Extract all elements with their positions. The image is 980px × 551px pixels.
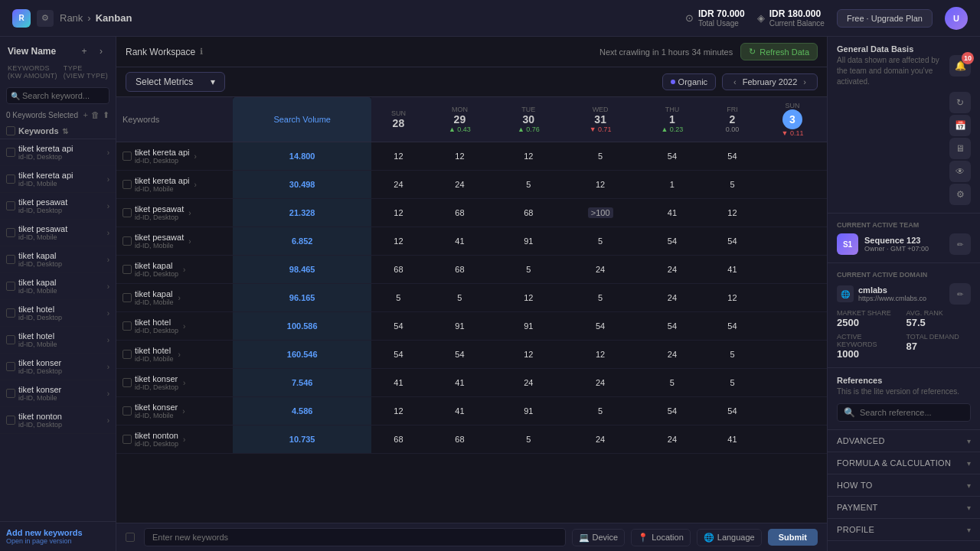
refresh-button[interactable]: ↻ Refresh Data [740,43,818,60]
row-expand-icon[interactable]: › [188,237,191,246]
delete-keyword-icon[interactable]: 🗑 [91,110,100,120]
add-keywords-button[interactable]: Add new keywords [6,528,109,537]
kw-checkbox[interactable] [6,335,15,344]
expand-icon[interactable]: › [107,336,109,344]
expand-icon[interactable]: › [107,229,109,237]
list-item[interactable]: tiket kereta api id-ID, Desktop › [0,139,116,166]
row-expand-icon[interactable]: › [178,350,181,359]
list-item[interactable]: tiket hotel id-ID, Desktop › [0,300,116,327]
accordion-how-to[interactable]: HOW TO ▾ [828,474,980,497]
select-all-checkbox[interactable] [6,126,15,135]
list-item[interactable]: tiket kapal id-ID, Desktop › [0,246,116,273]
kw-checkbox[interactable] [6,308,15,318]
upgrade-button[interactable]: Free · Upgrade Plan [837,9,933,28]
expand-icon[interactable]: › [107,390,109,398]
navigate-view-button[interactable]: › [94,44,108,58]
expand-icon[interactable]: › [107,309,109,318]
list-item[interactable]: tiket kereta api id-ID, Mobile › [0,166,116,193]
kw-checkbox[interactable] [6,255,15,264]
kw-checkbox[interactable] [6,362,15,371]
date-nav[interactable]: ‹ February 2022 › [722,73,818,90]
date-next-button[interactable]: › [800,77,809,86]
row-expand-icon[interactable]: › [182,407,185,416]
organic-filter[interactable]: Organic [662,73,717,90]
row-expand-icon[interactable]: › [183,266,185,274]
general-data-title: General Data Basis [837,44,949,54]
td-keyword-7: tiket hotel id-ID, Mobile › [116,341,233,369]
add-view-button[interactable]: + [77,44,91,58]
accordion-formula-&-calculation[interactable]: FORMULA & CALCULATION ▾ [828,452,980,474]
row-expand-icon[interactable]: › [194,181,197,189]
kw-checkbox[interactable] [6,201,15,210]
row-expand-icon[interactable]: › [183,379,185,387]
calendar-icon-btn[interactable]: 📅 [949,115,971,136]
row-checkbox[interactable] [122,208,132,217]
row-checkbox[interactable] [122,152,132,161]
eye-icon-btn[interactable]: 👁 [949,161,971,182]
row-checkbox[interactable] [122,180,132,189]
row-expand-icon[interactable]: › [178,294,181,302]
language-filter-button[interactable]: 🌐 Language [697,529,762,546]
list-item[interactable]: tiket pesawat id-ID, Mobile › [0,220,116,246]
row-expand-icon[interactable]: › [183,322,185,331]
row-expand-icon[interactable]: › [194,152,197,161]
settings-icon[interactable]: ⚙ [37,10,54,27]
kw-checkbox[interactable] [6,228,15,237]
add-keyword-icon[interactable]: + [83,110,88,120]
list-item[interactable]: tiket hotel id-ID, Mobile › [0,327,116,354]
settings2-icon-btn[interactable]: ⚙ [949,184,971,205]
row-expand-icon[interactable]: › [188,209,191,217]
kw-checkbox[interactable] [6,416,15,425]
expand-icon[interactable]: › [107,256,109,264]
row-checkbox[interactable] [122,378,132,387]
open-page-link[interactable]: Open in page version [6,537,109,545]
accordion-profile[interactable]: PROFILE ▾ [828,519,980,541]
list-item[interactable]: tiket pesawat id-ID, Desktop › [0,193,116,220]
list-item[interactable]: tiket nonton id-ID, Desktop › [0,407,116,434]
bottom-checkbox[interactable] [126,533,135,542]
kw-checkbox[interactable] [6,282,15,291]
team-edit-icon[interactable]: ✏ [949,233,971,255]
row-expand-icon[interactable]: › [183,435,185,444]
accordion-advanced[interactable]: ADVANCED ▾ [828,430,980,452]
expand-icon[interactable]: › [107,282,109,291]
list-item[interactable]: tiket konser id-ID, Desktop › [0,354,116,380]
list-item[interactable]: tiket konser id-ID, Mobile › [0,380,116,407]
avatar[interactable]: U [945,7,968,30]
td-day-1-5: 5 [707,171,758,199]
sync-icon-btn[interactable]: ↻ [949,92,971,113]
expand-icon[interactable]: › [107,363,109,371]
expand-icon[interactable]: › [107,416,109,425]
row-checkbox[interactable] [122,350,132,359]
select-metrics-button[interactable]: Select Metrics ▾ [126,72,225,92]
kw-checkbox[interactable] [6,389,15,398]
kw-checkbox[interactable] [6,174,15,184]
row-checkbox[interactable] [122,321,132,331]
accordion-payment[interactable]: PAYMENT ▾ [828,497,980,519]
device-filter-button[interactable]: 💻 Device [572,529,626,546]
export-keyword-icon[interactable]: ⬆ [103,110,109,120]
list-item[interactable]: tiket kapal id-ID, Mobile › [0,273,116,300]
row-checkbox[interactable] [122,236,132,246]
accordion-chevron-icon: ▾ [967,481,971,490]
table-scroll[interactable]: Keywords Search Volume SUN [116,97,827,523]
monitor-icon-btn[interactable]: 🖥 [949,138,971,159]
workspace-info-icon[interactable]: ℹ [200,47,203,57]
domain-edit-icon[interactable]: ✏ [949,283,971,305]
search-reference-input[interactable] [860,408,965,417]
new-keyword-input[interactable] [144,528,566,546]
expand-icon[interactable]: › [107,148,109,157]
row-checkbox[interactable] [122,435,132,444]
notification-icon-btn[interactable]: 🔔 10 [949,55,971,77]
submit-button[interactable]: Submit [768,529,818,546]
row-checkbox[interactable] [122,293,132,302]
location-filter-button[interactable]: 📍 Location [631,529,691,546]
row-checkbox[interactable] [122,406,132,416]
date-prev-button[interactable]: ‹ [730,77,740,86]
search-input[interactable] [6,87,109,104]
expand-icon[interactable]: › [107,175,109,184]
kw-checkbox[interactable] [6,148,15,157]
expand-icon[interactable]: › [107,202,109,210]
row-checkbox[interactable] [122,265,132,274]
td-day-1-1: 24 [425,171,494,199]
